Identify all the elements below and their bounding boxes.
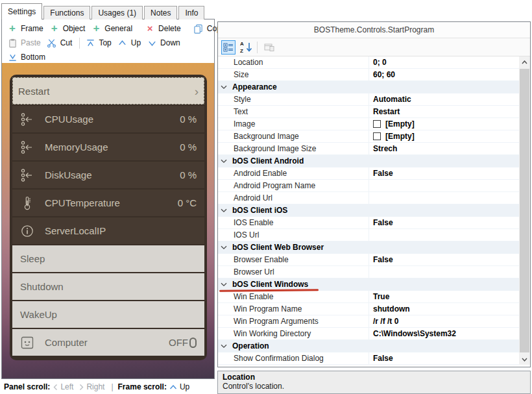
up-button[interactable]: Up	[115, 37, 145, 49]
property-value[interactable]: False	[369, 352, 519, 364]
object-button[interactable]: +Object	[47, 23, 90, 34]
chevron-down-icon	[221, 245, 227, 250]
panel-item-cputemperature[interactable]: CPUTemperature0 °C	[12, 190, 204, 216]
empty-image-checkbox[interactable]	[373, 120, 381, 128]
tab-functions[interactable]: Functions	[43, 6, 90, 19]
category-row-appearance[interactable]: Appearance	[218, 81, 519, 93]
paste-icon	[7, 38, 18, 48]
plus-icon: +	[7, 23, 18, 34]
panel-item-value: OFF	[169, 337, 188, 348]
row-gutter	[218, 254, 230, 265]
move-bottom-icon	[7, 52, 18, 62]
paste-button[interactable]: Paste	[5, 37, 45, 49]
property-value[interactable]: Automatic	[369, 93, 519, 105]
scroll-up-button[interactable]	[519, 56, 530, 68]
row-gutter	[218, 229, 230, 241]
category-row-operation[interactable]: Operation	[218, 340, 519, 352]
property-row-ios-enable: IOS EnableFalse	[218, 217, 519, 229]
property-value[interactable]: 60; 60	[369, 69, 519, 80]
property-value[interactable]	[369, 180, 519, 191]
row-gutter	[218, 69, 230, 80]
empty-image-checkbox[interactable]	[373, 132, 381, 140]
panel-item-wakeup[interactable]: WakeUp	[12, 301, 204, 328]
property-value[interactable]	[369, 192, 519, 204]
down-button[interactable]: Down	[145, 37, 184, 49]
scroll-down-button[interactable]	[519, 354, 530, 365]
tab-usages-1-[interactable]: Usages (1)	[91, 6, 143, 19]
panel-item-shutdown[interactable]: Shutdown	[12, 273, 204, 300]
row-gutter	[218, 106, 230, 117]
property-value[interactable]: True	[369, 291, 519, 302]
panel-scroll-right-button[interactable]: Right	[79, 382, 104, 391]
frame-scroll-up-button[interactable]: Up	[169, 382, 189, 391]
row-gutter	[218, 352, 230, 364]
controls-card: Restart›CPUUsage0 %MemoryUsage0 %DiskUsa…	[10, 75, 207, 360]
property-value[interactable]: [Empty]	[369, 130, 519, 142]
panel-item-diskusage[interactable]: DiskUsage0 %	[12, 162, 204, 188]
panel-item-memoryusage[interactable]: MemoryUsage0 %	[12, 134, 204, 160]
vertical-scrollbar[interactable]	[519, 56, 530, 365]
property-value[interactable]: 0; 0	[369, 56, 519, 68]
panel-item-restart[interactable]: Restart›	[12, 77, 204, 105]
property-inspector: BOSTheme.Controls.StartProgram AZ	[217, 21, 531, 367]
property-pages-button[interactable]	[262, 40, 276, 55]
property-value[interactable]: False	[369, 167, 519, 179]
scrollbar-thumb[interactable]	[520, 69, 529, 352]
category-gutter	[218, 204, 230, 216]
delete-button[interactable]: ×Delete	[143, 23, 185, 34]
panel-item-cpuusage[interactable]: CPUUsage0 %	[12, 106, 204, 132]
property-row-image: Image[Empty]	[218, 118, 519, 130]
property-row-background-image-size: Background Image SizeStrech	[218, 143, 519, 155]
categorized-view-button[interactable]	[221, 40, 236, 55]
property-value[interactable]: Strech	[369, 143, 519, 154]
panel-scroll-left-button[interactable]: Left	[53, 382, 73, 391]
general-button[interactable]: +General	[89, 23, 136, 34]
property-row-background-image: Background Image[Empty]	[218, 130, 519, 143]
usage-icon	[20, 140, 36, 154]
row-gutter	[218, 118, 230, 130]
chevron-down-icon	[221, 159, 227, 164]
property-value[interactable]: False	[369, 254, 519, 265]
property-value-text: False	[373, 218, 393, 227]
property-value[interactable]: False	[369, 217, 519, 228]
frame-button[interactable]: +Frame	[5, 23, 47, 34]
category-row-bos-client-web-browser[interactable]: bOS Client Web Browser	[218, 241, 519, 254]
button-label: Up	[131, 38, 141, 47]
cut-button[interactable]: Cut	[45, 37, 77, 49]
property-row-win-program-arguments: Win Program Arguments/r /f /t 0	[218, 315, 519, 328]
category-row-bos-client-ios[interactable]: bOS Client iOS	[218, 204, 519, 217]
panel-item-sleep[interactable]: Sleep	[12, 245, 204, 272]
tab-settings[interactable]: Settings	[1, 3, 42, 19]
category-gutter	[218, 241, 230, 253]
panel-item-computer[interactable]: ComputerOFF	[12, 329, 204, 356]
property-value[interactable]: Restart	[369, 106, 519, 117]
property-value-text: True	[373, 292, 389, 301]
panel-item-label: CPUUsage	[45, 114, 180, 125]
panel-item-value: 0 %	[180, 169, 197, 180]
sort-az-button[interactable]: AZ	[238, 40, 252, 55]
property-value-text: Automatic	[373, 95, 411, 104]
tab-notes[interactable]: Notes	[144, 6, 177, 19]
property-value[interactable]	[369, 266, 519, 278]
top-button[interactable]: Top	[83, 37, 115, 49]
panel-item-value: 0 %	[180, 114, 197, 125]
category-row-bos-client-android[interactable]: bOS Client Android	[218, 155, 519, 167]
tab-info[interactable]: Info	[178, 6, 204, 19]
property-value[interactable]	[369, 229, 519, 241]
category-row-bos-client-windows[interactable]: bOS Client Windows	[218, 278, 519, 291]
chevron-down-icon	[221, 208, 227, 213]
property-name: IOS Enable	[230, 218, 369, 227]
bottom-button[interactable]: Bottom	[5, 51, 49, 63]
property-value-text: False	[373, 169, 393, 178]
panel-item-serverlocalip[interactable]: ServerLocalIP	[12, 217, 204, 244]
property-value[interactable]: /r /f /t 0	[369, 315, 519, 327]
copy-icon	[193, 23, 204, 34]
plus-icon: +	[49, 23, 60, 34]
panel-scroll-label: Panel scroll:	[4, 382, 50, 391]
row-gutter	[218, 180, 230, 191]
socket-icon	[20, 336, 36, 350]
property-description-panel: Location Control's location.	[217, 371, 531, 394]
property-value[interactable]: C:\Windows\System32	[369, 328, 519, 339]
property-value[interactable]: shutdown	[369, 303, 519, 315]
property-value[interactable]: [Empty]	[369, 118, 519, 130]
